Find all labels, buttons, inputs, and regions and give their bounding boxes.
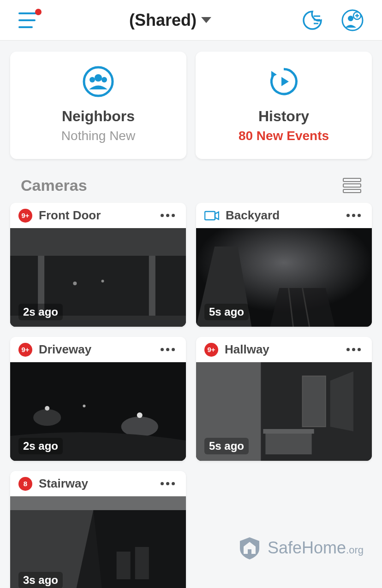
camera-tile-header: Backyard: [196, 203, 372, 228]
chevron-down-icon: [201, 17, 211, 23]
location-title: (Shared): [129, 11, 197, 30]
camera-grid: 9+ Front Door 2s ago Backyard 5s ago 9+ …: [0, 203, 382, 588]
timestamp-label: 5s ago: [204, 304, 249, 320]
svg-rect-45: [135, 547, 149, 579]
neighbors-card[interactable]: Neighbors Nothing New: [10, 52, 186, 159]
svg-point-9: [95, 74, 102, 82]
svg-marker-13: [281, 77, 289, 86]
section-title: Cameras: [21, 176, 87, 194]
more-options-button[interactable]: [158, 479, 178, 488]
location-dropdown[interactable]: (Shared): [39, 11, 302, 30]
svg-marker-22: [215, 212, 219, 219]
card-title: Neighbors: [62, 108, 135, 125]
event-count-badge: 9+: [18, 343, 32, 357]
camera-name: Driveway: [39, 342, 151, 357]
event-count-badge: 9+: [204, 343, 218, 357]
history-icon: [268, 65, 300, 100]
svg-point-32: [137, 412, 143, 418]
section-header: Cameras: [0, 159, 382, 203]
camera-tile-header: 8 Stairway: [10, 471, 186, 496]
camera-name: Front Door: [39, 208, 151, 223]
svg-point-19: [101, 280, 104, 282]
night-mode-button[interactable]: [302, 10, 323, 31]
timestamp-label: 2s ago: [18, 438, 63, 454]
svg-point-30: [121, 417, 158, 437]
camera-tile-header: 9+ Driveway: [10, 337, 186, 362]
svg-point-33: [83, 405, 85, 407]
camera-tile[interactable]: 8 Stairway 3s ago: [10, 471, 186, 588]
watermark-text: SafeHome.org: [268, 538, 364, 558]
camera-icon: [204, 210, 219, 221]
camera-name: Hallway: [225, 342, 337, 357]
svg-point-31: [45, 406, 49, 411]
camera-thumbnail[interactable]: 2s ago: [10, 362, 186, 461]
svg-point-18: [73, 282, 77, 285]
camera-tile-header: 9+ Hallway: [196, 337, 372, 362]
more-options-button[interactable]: [158, 345, 178, 354]
svg-marker-37: [330, 371, 353, 431]
app-header: (Shared): [0, 0, 382, 41]
card-subtitle: Nothing New: [61, 129, 135, 143]
camera-tile[interactable]: Backyard 5s ago: [196, 203, 372, 327]
camera-tile-header: 9+ Front Door: [10, 203, 186, 228]
camera-thumbnail[interactable]: 3s ago: [10, 496, 186, 588]
svg-rect-39: [263, 429, 314, 434]
timestamp-label: 2s ago: [18, 304, 63, 320]
event-count-badge: 9+: [18, 209, 32, 223]
summary-cards: Neighbors Nothing New History 80 New Eve…: [0, 41, 382, 159]
svg-point-11: [101, 77, 107, 82]
camera-thumbnail[interactable]: 5s ago: [196, 228, 372, 327]
camera-name: Backyard: [226, 208, 337, 223]
svg-marker-12: [271, 71, 277, 77]
watermark: SafeHome.org: [237, 535, 364, 560]
more-options-button[interactable]: [158, 211, 178, 220]
menu-button[interactable]: [18, 12, 39, 28]
card-title: History: [258, 108, 309, 125]
svg-point-29: [33, 409, 61, 426]
add-device-button[interactable]: [341, 9, 364, 31]
card-subtitle: 80 New Events: [239, 129, 329, 143]
camera-thumbnail[interactable]: 5s ago: [196, 362, 372, 461]
shield-house-icon: [237, 535, 262, 560]
layout-toggle-button[interactable]: [343, 178, 361, 193]
svg-marker-25: [270, 288, 334, 327]
svg-rect-46: [248, 549, 251, 554]
camera-name: Stairway: [39, 476, 151, 491]
svg-point-4: [348, 16, 353, 21]
camera-tile[interactable]: 9+ Hallway 5s ago: [196, 337, 372, 461]
timestamp-label: 5s ago: [204, 438, 249, 454]
more-options-button[interactable]: [344, 345, 364, 354]
svg-rect-41: [10, 496, 186, 510]
svg-rect-15: [10, 228, 186, 256]
event-count-badge: 8: [18, 477, 32, 491]
camera-tile[interactable]: 9+ Front Door 2s ago: [10, 203, 186, 327]
history-card[interactable]: History 80 New Events: [196, 52, 372, 159]
notification-dot-icon: [35, 9, 42, 15]
timestamp-label: 3s ago: [18, 572, 63, 588]
svg-rect-21: [205, 212, 215, 220]
svg-point-10: [90, 77, 95, 82]
more-options-button[interactable]: [344, 211, 364, 220]
neighbors-icon: [82, 65, 114, 100]
header-actions: [302, 9, 364, 31]
svg-rect-36: [303, 376, 326, 427]
camera-tile[interactable]: 9+ Driveway 2s ago: [10, 337, 186, 461]
camera-thumbnail[interactable]: 2s ago: [10, 228, 186, 327]
svg-rect-38: [265, 431, 311, 454]
svg-rect-44: [117, 552, 131, 579]
